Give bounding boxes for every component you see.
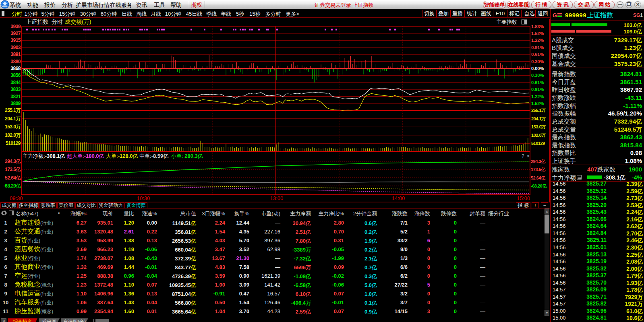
svg-text:1.22%: 1.22% bbox=[531, 38, 544, 43]
svg-text:-68.20亿: -68.20亿 bbox=[3, 183, 21, 189]
svg-text:1.22%: 1.22% bbox=[531, 94, 544, 99]
svg-text:15:00: 15:00 bbox=[517, 195, 530, 201]
svg-text:主力净额:-308.1亿: 主力净额:-308.1亿 bbox=[23, 153, 65, 159]
svg-text:0.91%: 0.91% bbox=[531, 45, 544, 50]
svg-text:×: × bbox=[527, 153, 530, 159]
svg-text:1.83%: 1.83% bbox=[531, 24, 544, 29]
svg-text:52.64亿: 52.64亿 bbox=[531, 175, 546, 180]
svg-text:3833: 3833 bbox=[10, 87, 21, 92]
svg-text:上证指数: 上证指数 bbox=[26, 19, 48, 25]
svg-text:510129: 510129 bbox=[531, 141, 545, 146]
svg-text:294.3亿: 294.3亿 bbox=[531, 159, 546, 164]
svg-text:3821: 3821 bbox=[10, 94, 21, 99]
svg-text:09:30: 09:30 bbox=[10, 195, 23, 201]
svg-text:0.61%: 0.61% bbox=[531, 80, 544, 85]
svg-text:153.0万: 153.0万 bbox=[5, 124, 21, 130]
svg-text:-68.20亿: -68.20亿 bbox=[531, 184, 547, 188]
svg-text:3903: 3903 bbox=[10, 45, 21, 50]
svg-text:中单:-8.59亿: 中单:-8.59亿 bbox=[139, 153, 169, 159]
svg-text:3927: 3927 bbox=[10, 31, 21, 36]
svg-text:超大单:-180.0亿: 超大单:-180.0亿 bbox=[67, 153, 104, 159]
svg-text:3868: 3868 bbox=[10, 66, 21, 71]
svg-text:13:00: 13:00 bbox=[270, 195, 284, 201]
svg-text:?: ? bbox=[522, 153, 524, 159]
svg-text:大单:-128.0亿: 大单:-128.0亿 bbox=[106, 153, 138, 159]
svg-text:173.5亿: 173.5亿 bbox=[5, 167, 21, 172]
svg-text:0.00%: 0.00% bbox=[531, 66, 544, 71]
svg-text:153.0万: 153.0万 bbox=[531, 124, 546, 129]
svg-text:分时: 分时 bbox=[52, 19, 63, 25]
svg-text:3880: 3880 bbox=[10, 59, 21, 64]
svg-text:3891: 3891 bbox=[10, 52, 21, 57]
svg-text:204.1万: 204.1万 bbox=[5, 116, 21, 122]
svg-text:3844: 3844 bbox=[10, 80, 21, 85]
svg-text:0.30%: 0.30% bbox=[531, 73, 544, 78]
svg-text:255.1万: 255.1万 bbox=[5, 107, 21, 113]
svg-text:3856: 3856 bbox=[10, 72, 21, 78]
svg-text:14:00: 14:00 bbox=[392, 195, 405, 201]
svg-text:102.0万: 102.0万 bbox=[531, 133, 546, 138]
svg-text:主要指数: 主要指数 bbox=[496, 19, 517, 25]
svg-text:0.61%: 0.61% bbox=[531, 52, 544, 57]
svg-text:0.30%: 0.30% bbox=[531, 59, 544, 64]
svg-text:510129: 510129 bbox=[6, 140, 21, 146]
svg-text:1.52%: 1.52% bbox=[531, 101, 544, 106]
svg-text:173.5亿: 173.5亿 bbox=[531, 167, 546, 172]
svg-text:294.3亿: 294.3亿 bbox=[5, 159, 21, 164]
svg-text:0.91%: 0.91% bbox=[531, 87, 544, 92]
svg-text:小单: 280.3亿: 小单: 280.3亿 bbox=[171, 153, 203, 159]
svg-text:3809: 3809 bbox=[10, 101, 21, 106]
svg-text:52.64亿: 52.64亿 bbox=[5, 175, 21, 181]
svg-text:成交额(万): 成交额(万) bbox=[65, 19, 91, 25]
svg-text:102.0万: 102.0万 bbox=[5, 132, 21, 138]
svg-text:3939: 3939 bbox=[10, 24, 21, 29]
svg-text:1.52%: 1.52% bbox=[531, 31, 544, 36]
svg-text:10:30: 10:30 bbox=[137, 195, 150, 201]
svg-text:3915: 3915 bbox=[10, 37, 21, 43]
svg-text:255.1万: 255.1万 bbox=[531, 108, 546, 113]
svg-text:204.1万: 204.1万 bbox=[531, 116, 546, 121]
